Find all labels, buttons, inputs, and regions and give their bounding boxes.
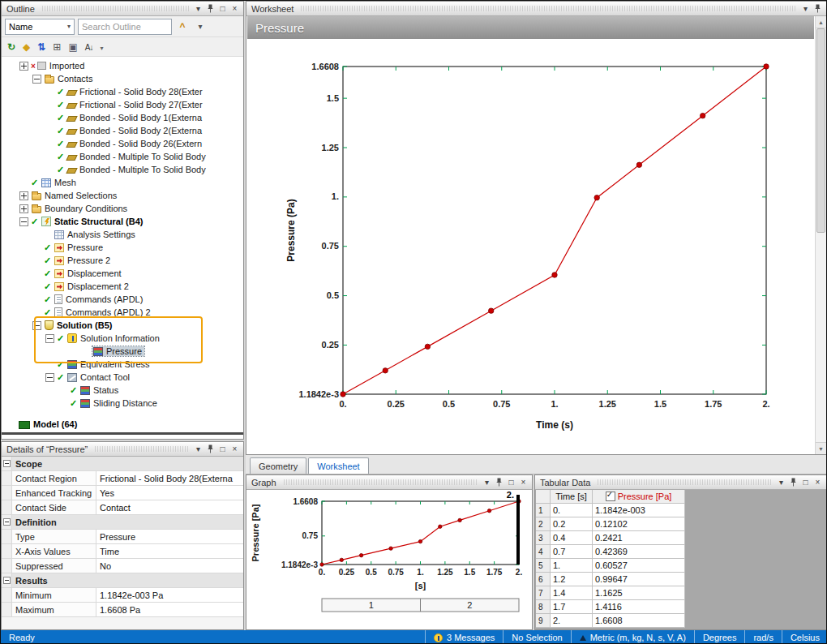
close-icon[interactable]: × xyxy=(517,477,529,488)
status-messages[interactable]: 3 Messages xyxy=(425,630,503,644)
time-cell[interactable]: 0.7 xyxy=(551,545,593,559)
collapse-icon[interactable] xyxy=(3,518,11,526)
menu-dropdown-icon[interactable]: ▾ xyxy=(775,477,787,488)
maximize-icon[interactable]: □ xyxy=(216,444,229,455)
tree-item[interactable]: Commands (APDL) xyxy=(2,293,243,306)
tree-item[interactable]: Displacement xyxy=(2,267,243,280)
row-number[interactable]: 6 xyxy=(536,573,551,586)
row-number[interactable]: 4 xyxy=(536,545,551,559)
tree-item[interactable]: Bonded - Solid Body 2(Externa xyxy=(2,124,243,137)
pin-icon[interactable] xyxy=(812,3,824,15)
collapse-icon[interactable] xyxy=(3,460,11,467)
details-section-row[interactable]: Results xyxy=(2,573,243,588)
window-icon[interactable] xyxy=(68,42,77,52)
horizontal-splitter-bottom[interactable] xyxy=(533,474,534,630)
search-options-icon[interactable]: ▾ xyxy=(193,19,208,34)
dock-splitter[interactable] xyxy=(2,432,243,435)
close-icon[interactable]: × xyxy=(812,477,824,488)
tree-item[interactable]: Pressure xyxy=(2,241,243,254)
time-cell[interactable]: 1.2 xyxy=(551,573,593,586)
menu-dropdown-icon[interactable]: ▾ xyxy=(799,3,812,15)
tree-item[interactable]: Status xyxy=(2,384,243,397)
tree-item[interactable]: Bonded - Multiple To Solid Body xyxy=(2,150,243,163)
pin-icon[interactable] xyxy=(204,3,216,15)
drag-handle[interactable] xyxy=(301,6,796,11)
details-row-value[interactable]: 1.1842e-003 Pa xyxy=(96,588,243,602)
details-row-value[interactable]: No xyxy=(96,559,243,573)
pin-icon[interactable] xyxy=(493,477,505,488)
pressure-cell[interactable]: 1.6608 xyxy=(593,614,685,628)
details-row-value[interactable]: Pressure xyxy=(96,530,243,543)
vertical-splitter[interactable] xyxy=(244,1,246,630)
tree-item[interactable]: Solution (B5) xyxy=(2,319,243,332)
tree-item[interactable]: Analysis Settings xyxy=(2,228,243,241)
pressure-cell[interactable]: 1.4116 xyxy=(593,600,685,614)
row-number[interactable]: 9 xyxy=(536,614,551,628)
tree-item[interactable]: Frictional - Solid Body 27(Exter xyxy=(2,98,243,111)
maximize-icon[interactable]: □ xyxy=(216,3,229,15)
time-cell[interactable]: 0. xyxy=(551,504,593,517)
tree-item[interactable]: Pressure 2 xyxy=(2,254,243,267)
scrollbar-thumb[interactable] xyxy=(816,28,825,233)
tree-item[interactable]: Bonded - Solid Body 1(Externa xyxy=(2,111,243,124)
pressure-cell[interactable]: 0.99647 xyxy=(593,573,685,586)
details-section-row[interactable]: Definition xyxy=(2,515,243,530)
time-column-header[interactable]: Time [s] xyxy=(551,490,593,504)
expand-toggle-icon[interactable] xyxy=(45,334,54,343)
tree-item[interactable]: Contact Tool xyxy=(2,371,243,384)
close-icon[interactable]: × xyxy=(229,444,241,455)
tree-item[interactable]: Bonded - Solid Body 26(Extern xyxy=(2,137,243,150)
drag-handle[interactable] xyxy=(42,6,189,11)
sort-az-icon[interactable] xyxy=(85,42,93,52)
status-celsius[interactable]: Celsius xyxy=(782,630,827,644)
tree-item[interactable]: Model (64) xyxy=(2,418,243,431)
menu-dropdown-icon[interactable]: ▾ xyxy=(481,477,493,488)
row-number[interactable]: 5 xyxy=(536,559,551,573)
row-number[interactable]: 2 xyxy=(536,517,551,531)
row-number[interactable]: 3 xyxy=(536,531,551,545)
tab-worksheet[interactable]: Worksheet xyxy=(308,457,368,474)
menu-dropdown-icon[interactable]: ▾ xyxy=(192,444,204,455)
details-row-value[interactable]: Frictional - Solid Body 28(Externa xyxy=(96,471,243,485)
expand-toggle-icon[interactable] xyxy=(19,191,28,200)
details-row-value[interactable]: Yes xyxy=(96,486,243,500)
row-number[interactable]: 8 xyxy=(536,600,551,614)
pressure-cell[interactable]: 0.60527 xyxy=(593,559,685,573)
close-icon[interactable]: × xyxy=(229,3,241,15)
drag-handle[interactable] xyxy=(284,479,478,485)
expand-all-icon[interactable] xyxy=(53,42,61,52)
tree-item[interactable]: Imported xyxy=(2,59,243,72)
tree-item[interactable]: Solution Information xyxy=(2,332,243,345)
pressure-cell[interactable]: 1.1842e-003 xyxy=(593,504,685,517)
details-row-value[interactable]: Contact xyxy=(96,500,243,514)
pressure-column-header[interactable]: Pressure [Pa] xyxy=(593,490,685,504)
scroll-up-icon[interactable]: ▲ xyxy=(816,16,826,28)
details-section-row[interactable]: Scope xyxy=(2,457,243,471)
pressure-cell[interactable]: 0.2421 xyxy=(593,531,685,545)
tree-item[interactable]: Pressure xyxy=(2,345,243,358)
details-row-value[interactable]: Time xyxy=(96,544,243,558)
maximize-icon[interactable]: □ xyxy=(505,477,517,488)
menu-dropdown-icon[interactable]: ▾ xyxy=(192,3,204,15)
tree-item[interactable]: Displacement 2 xyxy=(2,280,243,293)
name-filter-select[interactable]: Name ▾ xyxy=(5,19,75,35)
tree-item[interactable]: Contacts xyxy=(2,72,243,85)
tree-item[interactable]: Mesh xyxy=(2,176,243,189)
tree-item[interactable]: Frictional - Solid Body 28(Exter xyxy=(2,85,243,98)
maximize-icon[interactable]: □ xyxy=(799,477,812,488)
scroll-down-icon[interactable]: ▼ xyxy=(816,442,826,454)
expand-toggle-icon[interactable] xyxy=(19,217,28,226)
sort-icon[interactable] xyxy=(37,42,45,52)
tree-item[interactable]: Bonded - Multiple To Solid Body xyxy=(2,163,243,176)
time-cell[interactable]: 1.7 xyxy=(551,600,593,614)
time-cell[interactable]: 0.4 xyxy=(551,531,593,545)
expand-search-icon[interactable]: ^ xyxy=(175,19,190,34)
pin-icon[interactable] xyxy=(204,444,216,455)
pin-icon[interactable] xyxy=(787,477,799,488)
expand-toggle-icon[interactable] xyxy=(19,204,28,213)
time-cell[interactable]: 1. xyxy=(551,559,593,573)
expand-toggle-icon[interactable] xyxy=(19,62,28,71)
vertical-scrollbar[interactable]: ▲ ▼ xyxy=(815,16,826,454)
tree-item[interactable]: Sliding Distance xyxy=(2,397,243,410)
details-row-value[interactable]: 1.6608 Pa xyxy=(96,603,243,616)
